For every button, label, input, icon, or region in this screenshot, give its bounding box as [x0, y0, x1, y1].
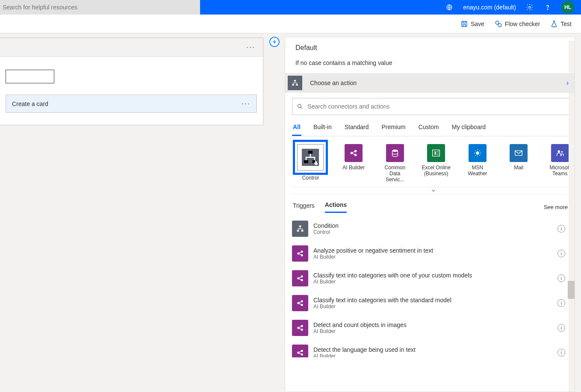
- flow-checker-label: Flow checker: [505, 21, 540, 27]
- global-search-input[interactable]: [3, 4, 198, 11]
- avatar[interactable]: HL: [561, 1, 574, 14]
- inner-action-menu-icon[interactable]: ···: [242, 99, 251, 108]
- svg-point-16: [392, 150, 398, 152]
- svg-point-26: [301, 251, 303, 253]
- list-scrollbar-thumb[interactable]: [568, 281, 575, 299]
- action-title: Classify text into categories with the s…: [313, 297, 451, 304]
- action-title: Detect and count objects in images: [313, 321, 407, 328]
- panel-description: If no case contains a matching value: [285, 59, 575, 73]
- svg-rect-24: [301, 230, 304, 231]
- action-subtitle: AI Builder: [313, 279, 472, 285]
- action-subtitle: AI Builder: [313, 304, 451, 309]
- action-item[interactable]: Classify text into categories with one o…: [292, 266, 565, 291]
- see-more-link[interactable]: See more: [544, 204, 568, 210]
- action-title: Classify text into categories with one o…: [313, 272, 472, 279]
- svg-point-28: [297, 277, 299, 280]
- connector-excel-online-business-[interactable]: Excel Online (Business): [422, 144, 451, 183]
- svg-point-33: [301, 304, 303, 306]
- inner-action-label: Create a card: [12, 100, 48, 107]
- category-tab-my-clipboard[interactable]: My clipboard: [451, 121, 487, 136]
- environment-label[interactable]: enayu.com (default): [463, 4, 516, 11]
- category-tabs: AllBuilt-inStandardPremiumCustomMy clipb…: [292, 119, 575, 136]
- connector-grid: ControlAI BuilderCommon Data Servic...Ex…: [292, 136, 575, 187]
- svg-point-1: [529, 6, 531, 9]
- card-menu-icon[interactable]: ···: [246, 43, 255, 52]
- action-picker-panel: Default If no case contains a matching v…: [285, 37, 575, 392]
- info-icon[interactable]: i: [557, 349, 565, 357]
- category-tab-all[interactable]: All: [292, 121, 301, 136]
- settings-icon[interactable]: [525, 3, 534, 12]
- search-icon: [297, 103, 303, 110]
- category-tab-standard[interactable]: Standard: [344, 121, 370, 136]
- category-tab-premium[interactable]: Premium: [381, 121, 407, 136]
- action-title: Detect the language being used in text: [313, 346, 416, 353]
- info-icon[interactable]: i: [557, 250, 565, 257]
- category-tab-custom[interactable]: Custom: [418, 121, 440, 136]
- svg-rect-6: [294, 80, 296, 81]
- sub-tab-actions[interactable]: Actions: [325, 201, 347, 213]
- info-icon[interactable]: i: [557, 274, 565, 282]
- svg-rect-10: [308, 151, 313, 154]
- info-icon[interactable]: i: [557, 324, 565, 332]
- case-input[interactable]: [6, 70, 54, 83]
- connector-control[interactable]: Control: [294, 144, 327, 183]
- action-title: Analyze positive or negative sentiment i…: [313, 247, 433, 254]
- svg-point-25: [297, 253, 299, 255]
- svg-point-4: [495, 21, 499, 24]
- svg-point-20: [557, 150, 560, 153]
- panel-scrollbar[interactable]: [569, 41, 575, 392]
- connector-mail[interactable]: Mail: [504, 144, 534, 183]
- environment-icon[interactable]: [445, 3, 454, 12]
- svg-rect-3: [462, 21, 467, 27]
- expand-connectors[interactable]: [292, 187, 575, 195]
- test-button[interactable]: Test: [550, 20, 572, 28]
- svg-point-29: [301, 275, 303, 277]
- choose-action-label: Choose an action: [310, 80, 357, 86]
- action-item[interactable]: Classify text into categories with the s…: [292, 291, 565, 315]
- action-item[interactable]: Detect and count objects in imagesAI Bui…: [292, 315, 565, 340]
- svg-rect-8: [296, 84, 298, 85]
- action-subtitle: Control: [313, 229, 339, 235]
- top-bar: enayu.com (default) HL: [0, 0, 581, 15]
- toolbar: Save Flow checker Test: [0, 15, 581, 33]
- svg-point-34: [297, 327, 299, 329]
- svg-point-21: [561, 151, 563, 153]
- save-button[interactable]: Save: [460, 20, 484, 28]
- inner-action-card[interactable]: Create a card ···: [6, 94, 257, 113]
- action-icon: [292, 320, 308, 336]
- flow-card-header: ···: [0, 38, 263, 57]
- chevron-right-icon: ›: [566, 79, 569, 87]
- connector-common-data-servic-[interactable]: Common Data Servic...: [380, 144, 410, 183]
- info-icon[interactable]: i: [557, 225, 565, 233]
- panel-title: Default: [285, 37, 575, 59]
- cursor-icon: [312, 159, 320, 167]
- category-tab-built-in[interactable]: Built-in: [313, 121, 333, 136]
- action-list[interactable]: ConditionControliAnalyze positive or neg…: [292, 216, 575, 357]
- test-icon: [550, 20, 558, 28]
- svg-point-39: [301, 354, 303, 356]
- action-item[interactable]: ConditionControli: [292, 216, 565, 241]
- global-search[interactable]: [0, 0, 200, 15]
- connector-ai-builder[interactable]: AI Builder: [339, 144, 369, 183]
- svg-rect-19: [515, 151, 522, 156]
- action-search-input[interactable]: [307, 103, 570, 110]
- flow-checker-button[interactable]: Flow checker: [495, 20, 540, 28]
- choose-action-row[interactable]: Choose an action ›: [285, 73, 575, 93]
- info-icon[interactable]: i: [557, 299, 565, 307]
- test-label: Test: [560, 21, 572, 27]
- svg-point-18: [476, 151, 479, 154]
- svg-point-38: [301, 350, 303, 352]
- action-icon: [292, 270, 308, 286]
- action-item[interactable]: Analyze positive or negative sentiment i…: [292, 241, 565, 266]
- connector-msn-weather[interactable]: MSN Weather: [463, 144, 493, 183]
- flow-card: ··· Create a card ···: [0, 38, 263, 125]
- help-icon[interactable]: [543, 3, 552, 12]
- svg-rect-23: [297, 230, 299, 231]
- svg-point-13: [351, 152, 353, 154]
- sub-tab-triggers[interactable]: Triggers: [293, 202, 315, 212]
- svg-rect-7: [292, 84, 294, 85]
- action-search[interactable]: [292, 98, 575, 115]
- add-step-button[interactable]: +: [269, 37, 280, 47]
- action-icon: [292, 295, 308, 311]
- action-item[interactable]: Detect the language being used in textAI…: [292, 340, 565, 357]
